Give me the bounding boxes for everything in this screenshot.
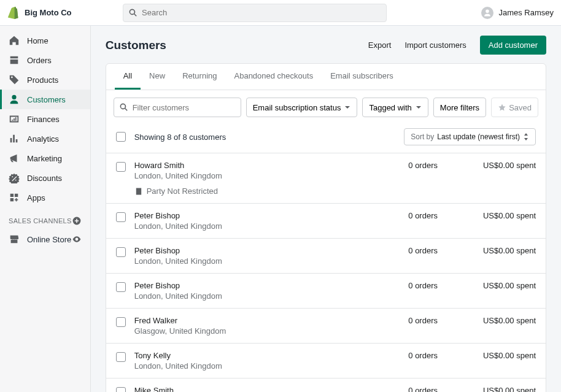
store-icon <box>9 234 20 245</box>
customer-name: Peter Bishop <box>134 281 364 290</box>
store-name: Big Moto Co <box>25 8 72 17</box>
customer-orders: 0 orders <box>364 281 438 290</box>
tab-abandoned[interactable]: Abandoned checkouts <box>226 64 322 90</box>
customer-name: Peter Bishop <box>134 246 364 255</box>
nav-label: Customers <box>27 95 66 104</box>
filter-label: Tagged with <box>369 103 411 112</box>
row-checkbox[interactable] <box>116 387 126 392</box>
finances-icon <box>9 113 20 125</box>
row-checkbox[interactable] <box>116 352 126 362</box>
avatar <box>481 7 493 19</box>
eye-icon[interactable] <box>72 234 82 244</box>
email-subscription-filter[interactable]: Email subscription status <box>246 98 358 117</box>
person-icon <box>9 94 20 105</box>
nav-apps[interactable]: Apps <box>0 188 90 207</box>
orders-icon <box>9 55 20 66</box>
topbar: Big Moto Co James Ramsey <box>0 0 561 26</box>
page-title: Customers <box>106 39 166 52</box>
tag-icon <box>9 74 20 85</box>
customer-location: London, United Kingdom <box>134 221 364 231</box>
customer-location: London, United Kingdom <box>134 361 364 371</box>
search-box[interactable] <box>123 4 387 22</box>
nav-products[interactable]: Products <box>0 70 90 90</box>
customer-spent: US$0.00 spent <box>438 351 536 360</box>
row-checkbox[interactable] <box>116 162 126 172</box>
showing-count: Showing 8 of 8 customers <box>134 133 226 142</box>
tagged-with-filter[interactable]: Tagged with <box>362 98 428 117</box>
user-menu[interactable]: James Ramsey <box>481 7 554 19</box>
caret-down-icon <box>344 104 350 110</box>
nav-home[interactable]: Home <box>0 31 90 50</box>
nav-label: Apps <box>27 193 45 202</box>
search-input[interactable] <box>142 8 381 17</box>
nav-orders[interactable]: Orders <box>0 50 90 70</box>
row-checkbox[interactable] <box>116 247 126 257</box>
sidebar: Home Orders Products Customers Finances … <box>0 26 91 392</box>
customer-name: Howard Smith <box>134 161 364 170</box>
nav-online-store[interactable]: Online Store <box>0 229 90 249</box>
customer-name: Tony Kelly <box>134 351 364 360</box>
customer-name: Fred Walker <box>134 316 364 325</box>
row-checkbox[interactable] <box>116 317 126 327</box>
saved-button[interactable]: Saved <box>491 98 538 117</box>
logo[interactable]: Big Moto Co <box>7 6 123 20</box>
analytics-icon <box>9 133 20 144</box>
customer-row[interactable]: Mike SmithGlasgow, United Kingdom0 order… <box>106 378 546 392</box>
customer-name: Peter Bishop <box>134 211 364 220</box>
caret-down-icon <box>416 104 422 110</box>
nav-label: Orders <box>27 56 52 65</box>
tab-returning[interactable]: Returning <box>174 64 225 90</box>
customer-row[interactable]: Peter BishopLondon, United Kingdom0 orde… <box>106 203 546 238</box>
customer-note: Party Not Restricted <box>134 186 364 196</box>
customer-row[interactable]: Tony KellyLondon, United Kingdom0 orders… <box>106 343 546 378</box>
search-icon <box>119 102 129 112</box>
customer-spent: US$0.00 spent <box>438 316 536 325</box>
sort-button[interactable]: Sort by Last update (newest first) <box>404 128 536 145</box>
more-filters-button[interactable]: More filters <box>433 98 486 117</box>
add-customer-button[interactable]: Add customer <box>480 36 546 55</box>
nav-customers[interactable]: Customers <box>0 90 90 109</box>
export-button[interactable]: Export <box>368 40 392 50</box>
customer-orders: 0 orders <box>364 246 438 255</box>
nav-marketing[interactable]: Marketing <box>0 148 90 168</box>
customer-orders: 0 orders <box>364 386 438 392</box>
tab-new[interactable]: New <box>141 64 174 90</box>
customer-row[interactable]: Peter BishopLondon, United Kingdom0 orde… <box>106 273 546 308</box>
customer-row[interactable]: Fred WalkerGlasgow, United Kingdom0 orde… <box>106 308 546 343</box>
customer-orders: 0 orders <box>364 161 438 170</box>
customer-location: London, United Kingdom <box>134 171 364 180</box>
customer-spent: US$0.00 spent <box>438 161 536 170</box>
import-button[interactable]: Import customers <box>404 40 466 50</box>
customer-row[interactable]: Howard SmithLondon, United KingdomParty … <box>106 153 546 203</box>
customers-card: All New Returning Abandoned checkouts Em… <box>106 63 546 392</box>
customer-orders: 0 orders <box>364 351 438 360</box>
nav-finances[interactable]: Finances <box>0 109 90 129</box>
filter-customers-input[interactable] <box>133 103 236 112</box>
customer-location: London, United Kingdom <box>134 256 364 266</box>
user-name: James Ramsey <box>498 8 554 17</box>
customer-list: Howard SmithLondon, United KingdomParty … <box>106 153 546 392</box>
customer-name: Mike Smith <box>134 386 364 392</box>
customer-row[interactable]: Peter BishopLondon, United Kingdom0 orde… <box>106 238 546 273</box>
section-label: SALES CHANNELS <box>9 217 72 225</box>
sort-arrows-icon <box>523 133 529 140</box>
select-all-checkbox[interactable] <box>116 132 126 142</box>
search-icon <box>128 8 138 18</box>
nav-label: Analytics <box>27 134 59 144</box>
row-checkbox[interactable] <box>116 212 126 222</box>
nav-label: Discounts <box>27 174 62 183</box>
home-icon <box>9 35 20 46</box>
tabs: All New Returning Abandoned checkouts Em… <box>106 64 546 90</box>
customer-spent: US$0.00 spent <box>438 246 536 255</box>
main-content: Customers Export Import customers Add cu… <box>91 26 561 392</box>
tab-subscribers[interactable]: Email subscribers <box>322 64 402 90</box>
nav-discounts[interactable]: Discounts <box>0 168 90 188</box>
list-header: Showing 8 of 8 customers Sort by Last up… <box>106 125 546 153</box>
plus-circle-icon[interactable] <box>72 216 82 226</box>
shopify-logo-icon <box>7 6 20 20</box>
apps-icon <box>9 192 20 203</box>
row-checkbox[interactable] <box>116 282 126 292</box>
tab-all[interactable]: All <box>115 64 141 90</box>
nav-analytics[interactable]: Analytics <box>0 129 90 148</box>
filter-input-wrap[interactable] <box>114 98 241 117</box>
